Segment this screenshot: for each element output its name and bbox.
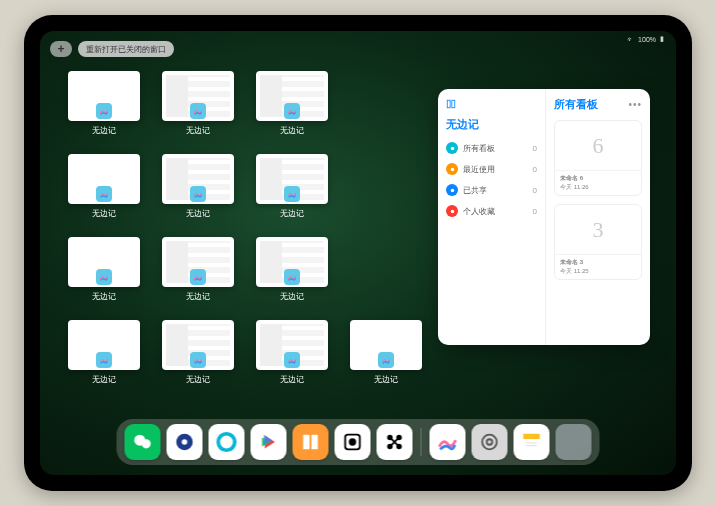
app-window-label: 无边记 <box>374 374 398 385</box>
filter-count: 0 <box>533 186 537 195</box>
board-card[interactable]: 6 未命名 6今天 11:26 <box>554 120 642 196</box>
app-window[interactable]: 无边记 <box>162 237 234 302</box>
filter-item[interactable]: 最近使用 0 <box>446 163 537 175</box>
app-window-label: 无边记 <box>186 125 210 136</box>
filter-icon <box>446 205 458 217</box>
window-preview <box>68 71 140 121</box>
panel-section-title: 所有看板 <box>554 97 598 112</box>
filter-count: 0 <box>533 207 537 216</box>
dock-app-quark-cyan[interactable] <box>209 424 245 460</box>
filter-icon <box>446 163 458 175</box>
svg-point-10 <box>218 434 235 451</box>
dock-separator <box>421 428 422 456</box>
dock-app-play-video[interactable] <box>251 424 287 460</box>
svg-rect-22 <box>523 439 540 450</box>
app-window-label: 无边记 <box>280 291 304 302</box>
app-window[interactable]: 无边记 <box>68 320 140 385</box>
panel-app-title: 无边记 <box>446 117 537 132</box>
dock-recent-freeform[interactable] <box>430 424 466 460</box>
app-window[interactable]: 无边记 <box>68 237 140 302</box>
app-window[interactable]: 无边记 <box>256 320 328 385</box>
app-window-label: 无边记 <box>280 374 304 385</box>
freeform-app-icon <box>96 186 112 202</box>
window-preview <box>162 320 234 370</box>
freeform-app-icon <box>190 186 206 202</box>
freeform-app-icon <box>96 269 112 285</box>
dock-app-dice[interactable] <box>335 424 371 460</box>
window-preview <box>162 71 234 121</box>
window-preview <box>350 320 422 370</box>
app-window[interactable]: 无边记 <box>162 320 234 385</box>
dock <box>117 419 600 465</box>
freeform-app-icon <box>284 352 300 368</box>
filter-item[interactable]: 个人收藏 0 <box>446 205 537 217</box>
filter-count: 0 <box>533 144 537 153</box>
sidebar-layout-icon[interactable] <box>446 99 456 111</box>
freeform-app-icon <box>378 352 394 368</box>
app-window[interactable]: 无边记 <box>162 71 234 136</box>
app-window[interactable]: 无边记 <box>256 71 328 136</box>
reopen-closed-window-button[interactable]: 重新打开已关闭的窗口 <box>78 41 174 57</box>
filter-label: 所有看板 <box>463 143 495 154</box>
window-preview <box>68 237 140 287</box>
app-window-label: 无边记 <box>280 208 304 219</box>
battery-label: 100% <box>638 36 656 43</box>
dock-app-books[interactable] <box>293 424 329 460</box>
screen: ᯤ 100% ▮ + 重新打开已关闭的窗口 无边记 无边记 无边记 <box>40 31 676 475</box>
board-meta: 未命名 6今天 11:26 <box>555 170 641 195</box>
dock-app-quark-blue[interactable] <box>167 424 203 460</box>
window-preview <box>256 320 328 370</box>
filter-icon <box>446 184 458 196</box>
window-preview <box>256 154 328 204</box>
dock-recent-settings[interactable] <box>472 424 508 460</box>
app-window[interactable]: 无边记 <box>256 237 328 302</box>
app-window[interactable]: 无边记 <box>350 320 422 385</box>
svg-point-20 <box>482 435 497 450</box>
filter-item[interactable]: 已共享 0 <box>446 184 537 196</box>
board-card[interactable]: 3 未命名 3今天 11:25 <box>554 204 642 280</box>
window-preview <box>68 154 140 204</box>
window-preview <box>162 154 234 204</box>
status-bar: ᯤ 100% ▮ <box>627 35 664 43</box>
dock-app-connect[interactable] <box>377 424 413 460</box>
window-preview <box>256 71 328 121</box>
app-window-label: 无边记 <box>280 125 304 136</box>
app-window[interactable]: 无边记 <box>68 154 140 219</box>
wifi-icon: ᯤ <box>627 36 634 43</box>
panel-main: 所有看板 ••• 6 未命名 6今天 11:26 3 未命名 3今天 11:25 <box>546 89 650 345</box>
svg-point-2 <box>450 146 454 150</box>
freeform-app-icon <box>190 269 206 285</box>
svg-point-9 <box>182 439 188 445</box>
freeform-panel: 无边记 所有看板 0 最近使用 0 已共享 0 个人收藏 0 所有看板 ••• <box>438 89 650 345</box>
panel-sidebar: 无边记 所有看板 0 最近使用 0 已共享 0 个人收藏 0 <box>438 89 546 345</box>
new-window-button[interactable]: + <box>50 41 72 57</box>
dock-recent-notes[interactable] <box>514 424 550 460</box>
app-switcher-grid: 无边记 无边记 无边记 无边记 无边记 <box>68 71 422 385</box>
app-window[interactable]: 无边记 <box>256 154 328 219</box>
app-window[interactable]: 无边记 <box>162 154 234 219</box>
svg-point-3 <box>450 167 454 171</box>
freeform-app-icon <box>284 186 300 202</box>
filter-label: 已共享 <box>463 185 487 196</box>
svg-point-7 <box>142 439 151 448</box>
svg-point-19 <box>487 439 493 445</box>
app-window[interactable]: 无边记 <box>68 71 140 136</box>
dock-recent-folder[interactable] <box>556 424 592 460</box>
freeform-app-icon <box>190 103 206 119</box>
filter-icon <box>446 142 458 154</box>
dock-app-wechat[interactable] <box>125 424 161 460</box>
filter-item[interactable]: 所有看板 0 <box>446 142 537 154</box>
app-window-label: 无边记 <box>92 208 116 219</box>
battery-icon: ▮ <box>660 35 664 43</box>
svg-rect-21 <box>523 434 540 440</box>
freeform-app-icon <box>96 103 112 119</box>
filter-count: 0 <box>533 165 537 174</box>
svg-point-5 <box>450 209 454 213</box>
svg-point-14 <box>350 439 356 445</box>
more-options-button[interactable]: ••• <box>628 99 642 110</box>
svg-rect-0 <box>447 100 450 108</box>
app-window-label: 无边记 <box>92 125 116 136</box>
svg-rect-12 <box>311 435 317 450</box>
app-window-label: 无边记 <box>186 374 210 385</box>
app-window-label: 无边记 <box>92 374 116 385</box>
